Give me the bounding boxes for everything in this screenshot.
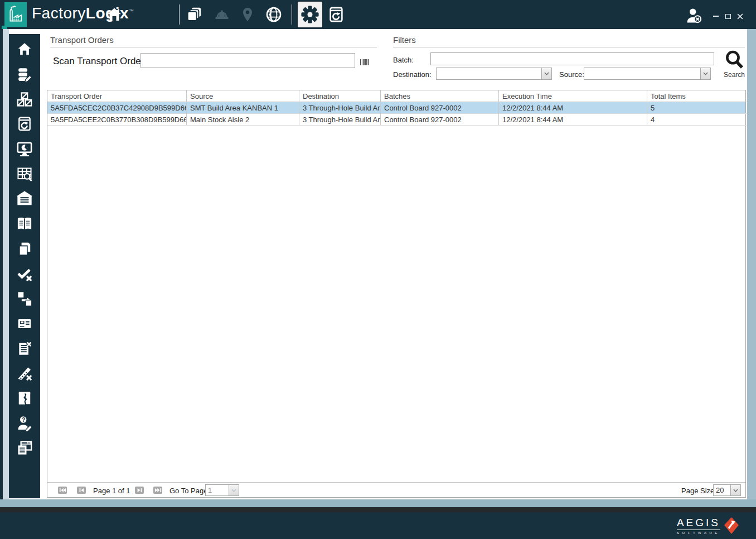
go-to-page-value: 1	[208, 486, 212, 494]
user-signed-out-icon[interactable]	[685, 7, 704, 25]
cell-destination: 3 Through-Hole Build Ar...	[299, 114, 381, 126]
sidebar-item-torn-document[interactable]	[9, 386, 40, 411]
brand-regular: Factory	[32, 4, 86, 22]
go-to-page-label: Go To Page	[169, 487, 207, 495]
table-row[interactable]: 5A5FDA5CEE2C0B3770B308D9B599D66D Main St…	[47, 114, 745, 126]
cell-source: SMT Build Area KANBAN 1	[187, 102, 299, 114]
cell-transport-order: 5A5FDA5CEC2C0B37C42908D9B599D66B	[47, 102, 187, 114]
sidebar-item-monitor-chart[interactable]	[9, 137, 40, 162]
database-edit-icon	[16, 66, 33, 83]
session-history-icon[interactable]	[327, 6, 346, 23]
first-page-button[interactable]	[58, 487, 67, 494]
sidebar-item-person-question[interactable]: ?	[9, 411, 40, 436]
sidebar-item-stacked-boxes[interactable]	[9, 86, 40, 112]
top-bar: FactoryLogix™	[0, 0, 756, 29]
chevron-down-icon	[544, 72, 549, 75]
table-header-row: Transport Order Source Destination Batch…	[47, 90, 745, 102]
monitor-chart-icon	[16, 141, 33, 157]
go-to-page-select[interactable]: 1	[205, 484, 239, 496]
next-page-icon	[136, 488, 143, 493]
page-indicator: Page 1 of 1	[93, 487, 130, 495]
copy-pages-icon	[17, 240, 32, 257]
box-transfer-icon	[16, 290, 33, 307]
last-page-button[interactable]	[153, 487, 162, 494]
destination-select[interactable]	[436, 68, 552, 80]
stacked-forms-icon	[16, 440, 33, 456]
location-pin-icon[interactable]	[238, 6, 257, 23]
destination-label: Destination:	[393, 70, 432, 79]
previous-page-button[interactable]	[77, 487, 86, 494]
person-question-icon: ?	[16, 415, 33, 432]
cell-execution-time: 12/2/2021 8:44 AM	[499, 114, 647, 126]
id-card-icon	[16, 316, 33, 331]
toolbar-divider	[179, 4, 180, 25]
cell-total-items: 5	[647, 102, 747, 114]
next-page-button[interactable]	[135, 487, 144, 494]
col-header-execution-time[interactable]: Execution Time	[499, 90, 647, 102]
section-rule	[393, 47, 745, 47]
set-square-x-icon	[16, 365, 33, 382]
barcode-icon	[360, 57, 370, 68]
search-label: Search	[721, 71, 747, 79]
cell-total-items: 4	[647, 114, 747, 126]
sidebar-item-home[interactable]	[9, 37, 40, 62]
transport-orders-grid: Transport Order Source Destination Batch…	[47, 90, 746, 498]
sidebar-item-database-edit[interactable]	[9, 62, 40, 87]
maximize-button[interactable]	[724, 12, 733, 20]
col-header-source[interactable]: Source	[187, 90, 299, 102]
settings-gear-icon[interactable]	[298, 2, 322, 27]
maximize-icon	[725, 14, 731, 19]
torn-document-icon	[17, 390, 32, 407]
chevron-down-icon	[703, 72, 708, 75]
stacked-boxes-icon	[16, 91, 33, 108]
source-select[interactable]	[584, 68, 711, 80]
last-page-icon	[154, 488, 162, 493]
warehouse-icon	[16, 190, 33, 207]
hard-hat-icon[interactable]	[212, 6, 231, 23]
chevron-down-icon	[733, 489, 738, 492]
cell-destination: 3 Through-Hole Build Ar...	[299, 102, 381, 114]
documents-icon[interactable]	[185, 6, 204, 23]
sidebar-item-copy-pages[interactable]	[9, 237, 40, 262]
window-margin-bottom	[0, 499, 756, 507]
col-header-transport-order[interactable]: Transport Order	[47, 90, 187, 102]
scan-transport-order-input[interactable]	[140, 53, 355, 68]
sidebar-item-open-book[interactable]	[9, 211, 40, 237]
dropdown-button[interactable]	[700, 68, 710, 79]
home-icon[interactable]	[105, 6, 124, 23]
section-rule	[50, 47, 377, 47]
dropdown-button[interactable]	[541, 68, 551, 79]
aegis-brand-text: AEGIS	[677, 517, 720, 530]
sidebar-item-check-x[interactable]	[9, 261, 40, 286]
footer-strip	[0, 507, 756, 512]
sidebar-item-id-card[interactable]	[9, 311, 40, 336]
col-header-destination[interactable]: Destination	[299, 90, 381, 102]
cell-batches: Control Board 927-0002	[381, 114, 499, 126]
page-size-label: Page Size	[681, 487, 714, 495]
sidebar-item-table-search[interactable]	[9, 161, 40, 186]
dropdown-button[interactable]	[730, 485, 740, 495]
sidebar-item-warehouse[interactable]	[9, 186, 40, 211]
batch-input[interactable]	[430, 52, 714, 65]
list-x-icon	[17, 340, 32, 357]
sidebar-item-box-transfer[interactable]	[9, 286, 40, 311]
close-button[interactable]	[735, 12, 744, 20]
table-search-icon	[16, 166, 33, 182]
pagination-bar: Page 1 of 1 Go To Page 1 Page Size 20	[47, 482, 745, 497]
table-row[interactable]: 5A5FDA5CEC2C0B37C42908D9B599D66B SMT Bui…	[47, 102, 745, 114]
aegis-arrow-icon	[724, 517, 739, 535]
col-header-batches[interactable]: Batches	[381, 90, 499, 102]
globe-icon[interactable]	[264, 6, 283, 23]
sidebar-item-document-history[interactable]	[9, 112, 40, 137]
page-size-select[interactable]: 20	[713, 484, 741, 496]
sidebar-item-set-square-x[interactable]	[9, 361, 40, 386]
sidebar-item-list-x[interactable]	[9, 336, 40, 361]
search-button[interactable]: Search	[721, 49, 747, 79]
col-header-total-items[interactable]: Total Items	[647, 90, 747, 102]
sidebar-item-stacked-forms[interactable]	[9, 436, 40, 461]
dropdown-button[interactable]	[229, 485, 239, 495]
close-icon	[737, 13, 743, 20]
filters-title: Filters	[393, 35, 416, 45]
cell-execution-time: 12/2/2021 8:44 AM	[499, 102, 647, 114]
minimize-button[interactable]	[711, 12, 720, 20]
